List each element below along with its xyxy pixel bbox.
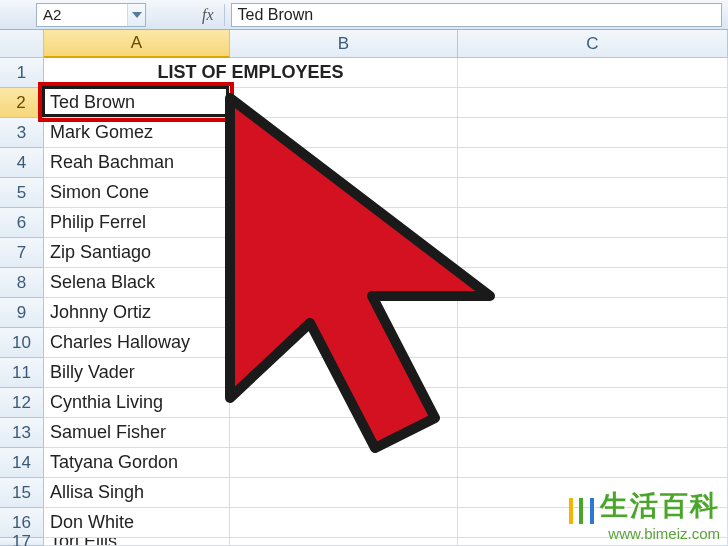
row-header[interactable]: 2 xyxy=(0,88,44,118)
cell[interactable]: Zip Santiago xyxy=(44,238,230,268)
cell[interactable]: Ted Brown xyxy=(44,88,230,118)
cell[interactable] xyxy=(458,328,728,358)
cell[interactable] xyxy=(458,148,728,178)
cell[interactable]: Tori Ellis xyxy=(44,538,230,546)
column-header-b[interactable]: B xyxy=(230,30,458,58)
cell[interactable] xyxy=(458,298,728,328)
cell[interactable] xyxy=(458,268,728,298)
row-header[interactable]: 3 xyxy=(0,118,44,148)
cell[interactable]: Allisa Singh xyxy=(44,478,230,508)
cell[interactable] xyxy=(230,238,458,268)
row-header[interactable]: 17 xyxy=(0,538,44,546)
row-header[interactable]: 9 xyxy=(0,298,44,328)
watermark: 生活百科 www.bimeiz.com xyxy=(569,487,720,542)
formula-bar: A2 fx Ted Brown xyxy=(0,0,728,30)
fx-icon[interactable]: fx xyxy=(192,6,224,24)
cell[interactable] xyxy=(230,268,458,298)
watermark-url: www.bimeiz.com xyxy=(569,525,720,542)
cell[interactable]: Philip Ferrel xyxy=(44,208,230,238)
cell[interactable] xyxy=(230,88,458,118)
row-header[interactable]: 1 xyxy=(0,58,44,88)
cell[interactable]: Reah Bachman xyxy=(44,148,230,178)
cell[interactable] xyxy=(458,358,728,388)
cell[interactable] xyxy=(458,208,728,238)
cell[interactable] xyxy=(230,148,458,178)
cell[interactable] xyxy=(458,238,728,268)
row-header[interactable]: 6 xyxy=(0,208,44,238)
cell[interactable] xyxy=(230,358,458,388)
cell[interactable] xyxy=(458,118,728,148)
cell[interactable] xyxy=(458,418,728,448)
cell[interactable] xyxy=(458,58,728,88)
watermark-title: 生活百科 xyxy=(600,490,720,521)
cell[interactable]: Selena Black xyxy=(44,268,230,298)
row-header[interactable]: 5 xyxy=(0,178,44,208)
row-header[interactable]: 10 xyxy=(0,328,44,358)
column-header-c[interactable]: C xyxy=(458,30,728,58)
cells-area[interactable]: LIST OF EMPLOYEESTed BrownMark GomezReah… xyxy=(44,58,728,546)
row-header[interactable]: 4 xyxy=(0,148,44,178)
cell[interactable] xyxy=(458,88,728,118)
cell[interactable] xyxy=(230,298,458,328)
cell[interactable] xyxy=(230,538,458,546)
watermark-bar-icon xyxy=(579,498,583,524)
cell[interactable]: Cynthia Living xyxy=(44,388,230,418)
cell[interactable] xyxy=(458,178,728,208)
cell[interactable]: Johnny Ortiz xyxy=(44,298,230,328)
cell[interactable] xyxy=(230,508,458,538)
title-cell[interactable]: LIST OF EMPLOYEES xyxy=(44,58,458,88)
cell[interactable] xyxy=(230,388,458,418)
svg-marker-0 xyxy=(132,12,142,18)
row-header[interactable]: 13 xyxy=(0,418,44,448)
cell[interactable]: Don White xyxy=(44,508,230,538)
watermark-bar-icon xyxy=(569,498,573,524)
row-header[interactable]: 14 xyxy=(0,448,44,478)
cell[interactable] xyxy=(230,208,458,238)
cell[interactable] xyxy=(458,448,728,478)
divider xyxy=(224,4,225,26)
row-header[interactable]: 11 xyxy=(0,358,44,388)
cell[interactable]: Billy Vader xyxy=(44,358,230,388)
cell[interactable]: Mark Gomez xyxy=(44,118,230,148)
cell[interactable] xyxy=(230,178,458,208)
cell[interactable]: Samuel Fisher xyxy=(44,418,230,448)
column-headers: ABC xyxy=(44,30,728,58)
row-header[interactable]: 15 xyxy=(0,478,44,508)
row-header[interactable]: 8 xyxy=(0,268,44,298)
chevron-down-icon xyxy=(132,12,142,18)
watermark-bar-icon xyxy=(590,498,594,524)
column-header-a[interactable]: A xyxy=(44,30,230,58)
cell[interactable] xyxy=(230,418,458,448)
cell[interactable] xyxy=(230,118,458,148)
formula-input[interactable]: Ted Brown xyxy=(231,3,722,27)
cell[interactable] xyxy=(458,388,728,418)
select-all-corner[interactable] xyxy=(0,30,44,58)
cell[interactable] xyxy=(230,478,458,508)
row-headers: 1234567891011121314151617 xyxy=(0,58,44,546)
row-header[interactable]: 7 xyxy=(0,238,44,268)
name-box-dropdown[interactable] xyxy=(127,4,145,26)
cell[interactable]: Tatyana Gordon xyxy=(44,448,230,478)
cell[interactable]: Charles Halloway xyxy=(44,328,230,358)
cell[interactable] xyxy=(230,328,458,358)
cell[interactable]: Simon Cone xyxy=(44,178,230,208)
name-box[interactable]: A2 xyxy=(36,3,146,27)
cell[interactable] xyxy=(230,448,458,478)
row-header[interactable]: 12 xyxy=(0,388,44,418)
name-box-value[interactable]: A2 xyxy=(37,6,127,23)
